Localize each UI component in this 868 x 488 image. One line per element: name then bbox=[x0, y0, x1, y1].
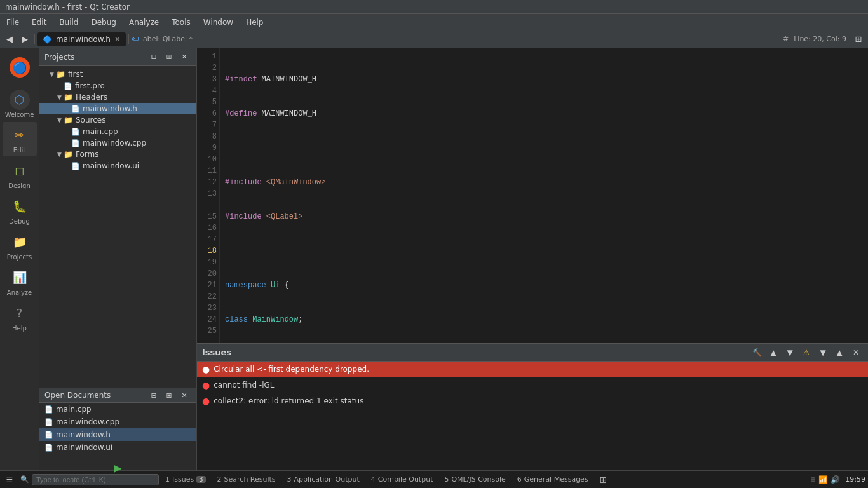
tree-item-headers[interactable]: ▼ 📁 Headers bbox=[39, 92, 196, 103]
line-numbers: 1 2 3 4 5 6 7 8 9 10 11 12 13 15 16 17 1… bbox=[197, 48, 220, 343]
issue-lgl[interactable]: ● cannot find -lGL bbox=[197, 377, 868, 393]
sidebar-projects-button[interactable]: 📁 Projects bbox=[3, 229, 37, 263]
tree-mainwindow-cpp-label: mainwindow.cpp bbox=[83, 139, 146, 147]
menu-file[interactable]: File bbox=[0, 15, 25, 29]
sidebar-debug-button[interactable]: 🐛 Debug bbox=[3, 193, 37, 227]
status-tab-compile-output[interactable]: 4 Compile Output bbox=[366, 472, 438, 487]
help-label: Help bbox=[12, 325, 27, 332]
status-tab-qml-label: QML/JS Console bbox=[451, 475, 505, 484]
projects-label: Projects bbox=[7, 254, 32, 261]
split-view-button[interactable]: ⊞ bbox=[851, 32, 865, 46]
status-tab-issues[interactable]: 1 Issues 3 bbox=[160, 472, 211, 487]
status-tab-general-messages[interactable]: 6 General Messages bbox=[512, 472, 593, 487]
status-tab-search-results[interactable]: 2 Search Results bbox=[212, 472, 281, 487]
open-documents-header: Open Documents ⊟ ⊞ ✕ bbox=[39, 388, 196, 403]
tree-item-mainwindow-h[interactable]: 📄 mainwindow.h bbox=[39, 103, 196, 114]
toolbar: ◀ ▶ 🔷 mainwindow.h ✕ 🏷 label: QLabel * #… bbox=[0, 30, 868, 48]
tree-item-sources[interactable]: ▼ 📁 Sources bbox=[39, 114, 196, 126]
tree-content: ▼ 📁 first 📄 first.pro ▼ 📁 Headers 📄 main… bbox=[39, 66, 196, 388]
tree-item-mainwindow-cpp[interactable]: 📄 mainwindow.cpp bbox=[39, 137, 196, 149]
sidebar-help-button[interactable]: ? Help bbox=[3, 300, 37, 334]
tree-close-button[interactable]: ✕ bbox=[177, 50, 191, 64]
issues-close-button[interactable]: ✕ bbox=[849, 346, 863, 360]
tree-first-pro-label: first.pro bbox=[75, 81, 105, 90]
error-icon-lgl: ● bbox=[202, 380, 210, 390]
menu-debug[interactable]: Debug bbox=[85, 15, 122, 29]
active-file-tab[interactable]: 🔷 mainwindow.h ✕ bbox=[37, 32, 126, 46]
issues-maximize-button[interactable]: ▲ bbox=[832, 346, 846, 360]
status-tab-general-label: General Messages bbox=[524, 475, 588, 484]
nav-back-button[interactable]: ◀ bbox=[3, 32, 17, 46]
line-col-text: Line: 20, Col: 9 bbox=[794, 35, 846, 43]
sidebar-analyze-button[interactable]: 📊 Analyze bbox=[3, 264, 37, 299]
status-tab-qml-console[interactable]: 5 QML/JS Console bbox=[439, 472, 510, 487]
issues-filter-button[interactable]: ▼ bbox=[816, 346, 830, 360]
open-docs-title: Open Documents bbox=[44, 391, 111, 400]
time-display: 19:59 bbox=[845, 475, 865, 484]
open-docs-filter-button[interactable]: ⊟ bbox=[147, 388, 161, 402]
doc-mainwindow-h[interactable]: 📄 mainwindow.h bbox=[39, 428, 196, 441]
doc-mainwindow-ui[interactable]: 📄 mainwindow.ui bbox=[39, 441, 196, 454]
tag-icon: 🏷 bbox=[132, 35, 139, 43]
status-tab-general-num: 6 bbox=[517, 475, 522, 484]
menu-analyze[interactable]: Analyze bbox=[123, 15, 165, 29]
tree-expand-button[interactable]: ⊞ bbox=[162, 50, 176, 64]
code-editor[interactable]: 1 2 3 4 5 6 7 8 9 10 11 12 13 15 16 17 1… bbox=[197, 48, 868, 343]
status-right: 🖥 📶 🔊 19:59 bbox=[809, 475, 865, 484]
status-tab-app-num: 3 bbox=[287, 475, 292, 484]
main-layout: 🔵 ⬡ Welcome ✏ Edit ◻ Design 🐛 Debug bbox=[0, 48, 868, 470]
toolbar-sep2 bbox=[128, 34, 129, 44]
editor-area: 1 2 3 4 5 6 7 8 9 10 11 12 13 15 16 17 1… bbox=[197, 48, 868, 470]
tree-mainwindow-h-label: mainwindow.h bbox=[83, 104, 137, 113]
issues-build-icon-button[interactable]: 🔨 bbox=[750, 346, 764, 360]
doc-main-cpp[interactable]: 📄 main.cpp bbox=[39, 403, 196, 416]
nav-forward-button[interactable]: ▶ bbox=[18, 32, 32, 46]
bottom-panel: Issues 🔨 ▲ ▼ ⚠ ▼ ▲ ✕ ● Circular all <- f… bbox=[197, 343, 868, 470]
close-file-icon[interactable]: ✕ bbox=[114, 35, 121, 44]
doc-mainwindow-ui-label: mainwindow.ui bbox=[56, 443, 112, 452]
search-input[interactable] bbox=[32, 474, 159, 485]
open-docs-close-button[interactable]: ✕ bbox=[177, 388, 191, 402]
open-docs-expand-button[interactable]: ⊞ bbox=[162, 388, 176, 402]
menu-tools[interactable]: Tools bbox=[165, 15, 197, 29]
tree-filter-button[interactable]: ⊟ bbox=[147, 50, 161, 64]
design-label: Design bbox=[8, 182, 31, 189]
status-tab-more-button[interactable]: ⊞ bbox=[595, 472, 613, 487]
left-sidebar: 🔵 ⬡ Welcome ✏ Edit ◻ Design 🐛 Debug bbox=[0, 48, 39, 470]
menu-window[interactable]: Window bbox=[197, 15, 240, 29]
projects-title: Projects bbox=[44, 53, 74, 62]
info-bar-inline: 🏷 label: QLabel * bbox=[132, 35, 193, 43]
code-content[interactable]: #ifndef MAINWINDOW_H #define MAINWINDOW_… bbox=[220, 48, 868, 343]
issue-circular[interactable]: ● Circular all <- first dependency dropp… bbox=[197, 362, 868, 377]
tree-item-main-cpp[interactable]: 📄 main.cpp bbox=[39, 126, 196, 137]
tree-item-forms[interactable]: ▼ 📁 Forms bbox=[39, 149, 196, 160]
tree-item-first[interactable]: ▼ 📁 first bbox=[39, 69, 196, 80]
tree-first-label: first bbox=[68, 70, 83, 79]
sidebar-edit-button[interactable]: ✏ Edit bbox=[3, 122, 37, 156]
doc-mainwindow-cpp[interactable]: 📄 mainwindow.cpp bbox=[39, 416, 196, 428]
tree-item-first-pro[interactable]: 📄 first.pro bbox=[39, 80, 196, 92]
tree-header: Projects ⊟ ⊞ ✕ bbox=[39, 48, 196, 66]
menu-edit[interactable]: Edit bbox=[25, 15, 53, 29]
tree-sources-label: Sources bbox=[76, 116, 105, 125]
issues-down-button[interactable]: ▼ bbox=[783, 346, 797, 360]
menu-build[interactable]: Build bbox=[53, 15, 85, 29]
sidebar-design-button[interactable]: ◻ Design bbox=[3, 158, 37, 192]
status-tab-app-output[interactable]: 3 Application Output bbox=[282, 472, 365, 487]
issue-collect2-text: collect2: error: ld returned 1 exit stat… bbox=[214, 396, 363, 405]
issues-list: ● Circular all <- first dependency dropp… bbox=[197, 362, 868, 470]
sidebar-ubuntu-icon[interactable]: 🔵 bbox=[3, 51, 37, 85]
issue-circular-text: Circular all <- first dependency dropped… bbox=[214, 365, 369, 374]
status-tab-issues-num: 1 bbox=[165, 475, 170, 484]
statusbar-sidebar-button[interactable]: ☰ bbox=[3, 473, 17, 487]
doc-mainwindow-h-label: mainwindow.h bbox=[56, 430, 111, 439]
line-col-info: # Line: 20, Col: 9 ⊞ bbox=[783, 32, 865, 46]
issues-warning-filter-button[interactable]: ⚠ bbox=[799, 346, 813, 360]
sidebar-welcome-button[interactable]: ⬡ Welcome bbox=[3, 86, 37, 121]
error-icon-collect2: ● bbox=[202, 396, 210, 406]
status-tab-search-label: Search Results bbox=[224, 475, 276, 484]
tree-item-mainwindow-ui[interactable]: 📄 mainwindow.ui bbox=[39, 160, 196, 172]
issues-up-button[interactable]: ▲ bbox=[766, 346, 780, 360]
menu-help[interactable]: Help bbox=[240, 15, 269, 29]
issue-collect2[interactable]: ● collect2: error: ld returned 1 exit st… bbox=[197, 393, 868, 409]
